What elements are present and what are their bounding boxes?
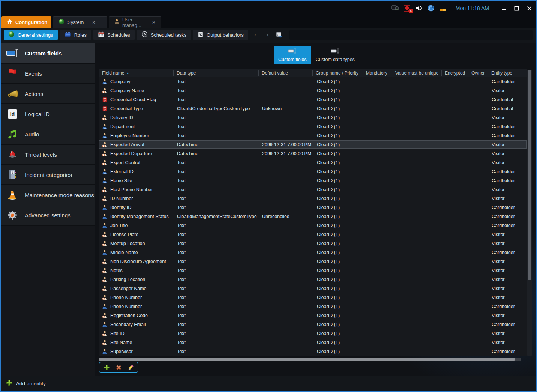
close-tab-icon[interactable]: ✕ — [152, 20, 156, 25]
sidebar-item-actions[interactable]: Actions — [1, 84, 95, 104]
header-default-value[interactable]: Default value — [258, 70, 312, 76]
delete-custom-field-button[interactable] — [115, 364, 122, 371]
data-type-cell: Text — [173, 88, 258, 93]
health-warning-icon[interactable]: 3 — [403, 4, 411, 12]
table-row[interactable]: Credential Cloud Etag Text ClearID (1) C… — [99, 95, 526, 104]
sidebar-item-events[interactable]: Events — [1, 64, 95, 84]
horizontal-scrollbar[interactable] — [99, 358, 521, 361]
maximize-button[interactable] — [512, 4, 521, 12]
table-row[interactable]: Home Site Text ClearID (1) Cardholder — [99, 176, 526, 185]
add-custom-field-button[interactable] — [103, 364, 110, 371]
table-row[interactable]: Phone Number Text ClearID (1) Visitor — [99, 293, 526, 302]
table-row[interactable]: Registration Code Text ClearID (1) Visit… — [99, 311, 526, 320]
table-row[interactable]: Company Text ClearID (1) Cardholder — [99, 77, 526, 86]
header-encrypted[interactable]: Encrypted — [441, 70, 468, 76]
table-row[interactable]: Credential Type ClearIdCredentialTypeCus… — [99, 104, 526, 113]
group-name-cell: ClearID (1) — [312, 115, 363, 120]
data-type-cell: Text — [173, 223, 258, 228]
table-row[interactable]: Employee Number Text ClearID (1) Cardhol… — [99, 131, 526, 140]
table-row[interactable]: Site ID Text ClearID (1) Visitor — [99, 329, 526, 338]
status-bars-icon[interactable] — [439, 6, 447, 11]
table-row[interactable]: Job Title Text ClearID (1) Cardholder — [99, 221, 526, 230]
nav-back-icon[interactable]: ‹ — [250, 31, 260, 39]
add-entity-plus-icon[interactable] — [6, 380, 12, 388]
table-row[interactable]: Site Name Text ClearID (1) Visitor — [99, 338, 526, 347]
network-globe-icon[interactable] — [427, 4, 435, 12]
header-owner[interactable]: Owner — [468, 70, 488, 76]
toolbar-roles[interactable]: Roles — [60, 30, 91, 40]
header-mandatory[interactable]: Mandatory — [363, 70, 392, 76]
field-name: Notes — [110, 268, 123, 273]
field-name: External ID — [110, 169, 134, 174]
field-name: Middle Name — [110, 250, 138, 255]
header-entity-type[interactable]: Entity type — [488, 70, 526, 76]
table-row[interactable]: Notes Text ClearID (1) Visitor — [99, 266, 526, 275]
field-name-cell: Home Site — [99, 178, 173, 183]
tab-custom-fields[interactable]: Custom fields — [274, 46, 311, 64]
tab-configuration[interactable]: Configuration — [2, 16, 51, 28]
monitoring-icon[interactable] — [391, 4, 399, 12]
entity-type-cell: Visitor — [488, 196, 526, 201]
header-value-must-be-unique[interactable]: Value must be unique — [392, 70, 441, 76]
sidebar-label: Events — [25, 70, 42, 77]
toolbar-schedules[interactable]: Schedules — [93, 30, 135, 40]
minimize-button[interactable] — [499, 4, 508, 12]
system-globe-icon — [58, 19, 64, 26]
table-row[interactable]: Export Control Text ClearID (1) Visitor — [99, 158, 526, 167]
tab-user-management[interactable]: User manag... ✕ — [109, 16, 161, 28]
data-type-cell: Text — [173, 277, 258, 282]
table-row[interactable]: Passenger Name Text ClearID (1) Visitor — [99, 284, 526, 293]
sidebar-item-logical-id[interactable]: Id Logical ID — [1, 104, 95, 124]
header-field-name[interactable]: Field name▲ — [99, 70, 173, 76]
sidebar-item-maintenance-mode-reasons[interactable]: Maintenance mode reasons — [1, 185, 95, 205]
table-row[interactable]: Expected Arrival Date/Time 2099-12-31 7:… — [99, 140, 526, 149]
add-entity-button[interactable]: Add an entity — [16, 381, 46, 386]
table-row[interactable]: Company Name Text ClearID (1) Visitor — [99, 86, 526, 95]
vertical-scrollbar-thumb[interactable] — [528, 70, 531, 280]
table-row[interactable]: Department Text ClearID (1) Cardholder — [99, 122, 526, 131]
toolbar-general-settings[interactable]: General settings — [4, 30, 58, 40]
table-row[interactable]: Delivery ID Text ClearID (1) Visitor — [99, 113, 526, 122]
close-tab-icon[interactable]: ✕ — [92, 20, 96, 25]
edit-custom-field-button[interactable] — [127, 364, 134, 371]
table-row[interactable]: ID Number Text ClearID (1) Visitor — [99, 194, 526, 203]
group-name-cell: ClearID (1) — [312, 79, 363, 84]
table-row[interactable]: Identity Management Status ClearIdManage… — [99, 212, 526, 221]
speaker-icon[interactable] — [415, 4, 423, 12]
sidebar-item-threat-levels[interactable]: Threat levels — [1, 145, 95, 165]
table-row[interactable]: External ID Text ClearID (1) Cardholder — [99, 167, 526, 176]
close-button[interactable] — [524, 4, 534, 12]
field-name-cell: External ID — [99, 169, 173, 174]
table-row[interactable]: Supervisor Text ClearID (1) Cardholder — [99, 347, 526, 356]
sidebar-label: Threat levels — [25, 151, 57, 158]
table-row[interactable]: Identity ID Text ClearID (1) Cardholder — [99, 203, 526, 212]
tab-custom-data-types[interactable]: Custom data types — [311, 46, 359, 64]
table-row[interactable]: Phone Number Text ClearID (1) Cardholder — [99, 302, 526, 311]
header-group-name-priority[interactable]: Group name / Priority — [312, 70, 363, 76]
toolbar-scheduled-tasks[interactable]: Scheduled tasks — [137, 30, 191, 40]
nav-forward-icon[interactable]: › — [262, 31, 272, 39]
table-row[interactable]: License Plate Text ClearID (1) Visitor — [99, 230, 526, 239]
table-row[interactable]: Middle Name Text ClearID (1) Cardholder — [99, 248, 526, 257]
toolbar-search-box[interactable] — [289, 30, 533, 40]
header-data-type[interactable]: Data type — [173, 70, 258, 76]
table-row[interactable]: Non Disclosure Agreement Text ClearID (1… — [99, 257, 526, 266]
copy-configuration-icon[interactable] — [274, 32, 284, 38]
field-name: Home Site — [110, 178, 132, 183]
toolbar-output-behaviors[interactable]: Output behaviors — [193, 30, 248, 40]
sidebar-item-advanced-settings[interactable]: Advanced settings — [1, 205, 95, 226]
sidebar-item-audio[interactable]: Audio — [1, 124, 95, 145]
sidebar-item-custom-fields[interactable]: Custom fields — [1, 43, 95, 64]
horizontal-scrollbar-thumb[interactable] — [99, 358, 514, 361]
data-type-cell: Text — [173, 313, 258, 318]
entity-type-cell: Visitor — [488, 160, 526, 165]
entity-type-cell: Cardholder — [488, 223, 526, 228]
table-row[interactable]: Meetup Location Text ClearID (1) Visitor — [99, 239, 526, 248]
sidebar-item-incident-categories[interactable]: Incident categories — [1, 165, 95, 185]
table-row[interactable]: Parking Location Text ClearID (1) Visito… — [99, 275, 526, 284]
table-row[interactable]: Secondary Email Text ClearID (1) Cardhol… — [99, 320, 526, 329]
vertical-scrollbar[interactable] — [527, 70, 532, 356]
table-row[interactable]: Host Phone Number Text ClearID (1) Visit… — [99, 185, 526, 194]
tab-system[interactable]: System ✕ — [53, 16, 107, 28]
table-row[interactable]: Expected Departure Date/Time 2099-12-31 … — [99, 149, 526, 158]
